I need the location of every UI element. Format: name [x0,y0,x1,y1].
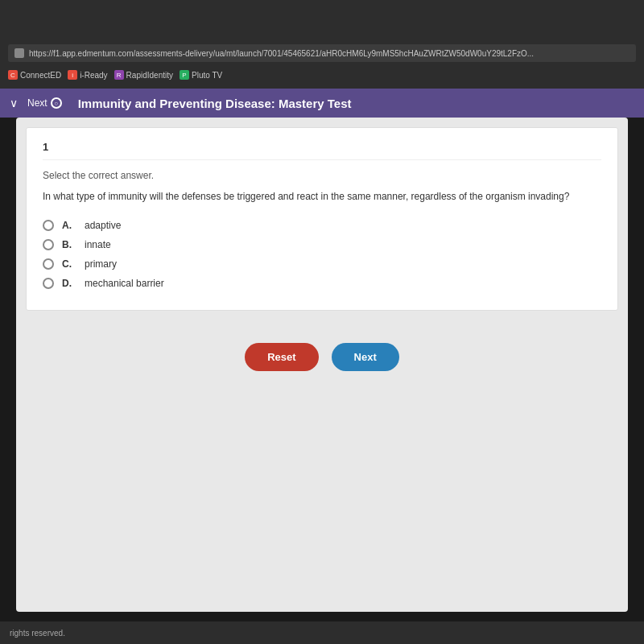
bookmark-label: i-Ready [80,71,107,80]
radio-c[interactable] [43,258,54,270]
bookmark-label: Pluto TV [192,71,222,80]
bookmarks-bar: C ConnectED i i-Ready R RapidIdentity P … [8,66,636,84]
footer-text: rights reserved. [10,629,65,638]
bookmark-label: RapidIdentity [126,71,173,80]
main-content: 1 Select the correct answer. In what typ… [16,118,628,612]
radio-d[interactable] [43,278,54,289]
plutotv-icon: P [180,70,189,80]
bookmark-label: ConnectED [20,71,61,80]
next-nav-label: Next [27,97,47,109]
question-container: 1 Select the correct answer. In what typ… [26,127,618,311]
browser-chrome: https://f1.app.edmentum.com/assessments-… [0,0,644,97]
page-title: Immunity and Preventing Disease: Mastery… [78,97,352,110]
rapididentity-icon: R [114,70,124,80]
iready-icon: i [68,70,77,80]
chevron-down-icon: ∨ [10,97,18,109]
bookmark-connected[interactable]: C ConnectED [8,70,61,80]
option-a-letter: A. [62,220,76,231]
answer-options: A. adaptive B. innate C. primary D. mech… [43,220,601,289]
radio-b[interactable] [43,239,54,250]
next-button[interactable]: Next [332,343,399,371]
option-d-letter: D. [62,278,76,289]
address-text: https://f1.app.edmentum.com/assessments-… [29,49,534,58]
option-c-text: primary [85,258,117,270]
option-b-text: innate [85,239,111,250]
nav-circle-icon: ○ [51,97,62,109]
reset-button[interactable]: Reset [245,343,318,371]
bookmark-plutotv[interactable]: P Pluto TV [180,70,222,80]
bookmark-rapididentity[interactable]: R RapidIdentity [114,70,173,80]
lock-icon [14,48,24,58]
footer-bar: rights reserved. [0,621,644,644]
option-b-letter: B. [62,239,76,250]
address-bar[interactable]: https://f1.app.edmentum.com/assessments-… [8,44,636,62]
action-buttons: Reset Next [16,343,628,387]
question-number: 1 [43,141,601,160]
option-a-text: adaptive [85,220,121,231]
app-header: ∨ Next ○ Immunity and Preventing Disease… [0,89,644,118]
option-c-letter: C. [62,258,76,270]
option-c[interactable]: C. primary [43,258,601,270]
connected-icon: C [8,70,18,80]
option-b[interactable]: B. innate [43,239,601,250]
radio-a[interactable] [43,220,54,231]
question-instruction: Select the correct answer. [43,170,601,181]
question-text: In what type of immunity will the defens… [43,189,601,204]
bookmark-iready[interactable]: i i-Ready [68,70,107,80]
next-nav-button[interactable]: Next ○ [27,97,62,109]
option-a[interactable]: A. adaptive [43,220,601,231]
option-d-text: mechanical barrier [85,278,164,289]
option-d[interactable]: D. mechanical barrier [43,278,601,289]
